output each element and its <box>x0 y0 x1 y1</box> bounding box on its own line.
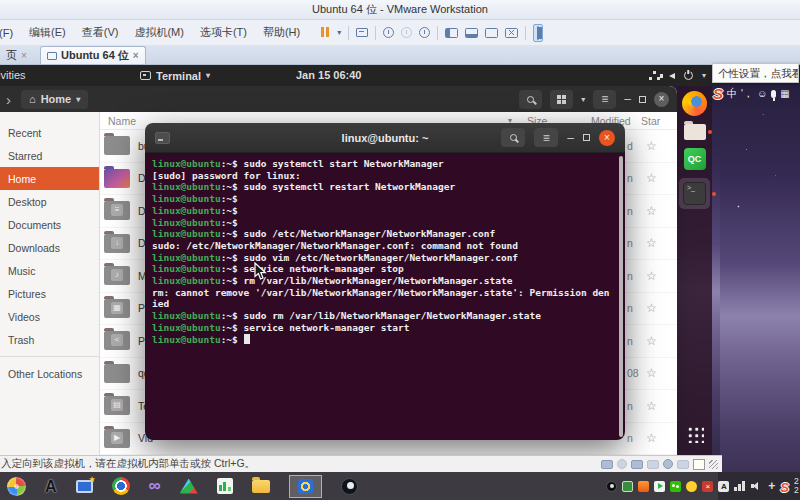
taskbar-app-remote-desktop[interactable] <box>76 480 93 493</box>
star-icon[interactable]: ☆ <box>646 399 657 413</box>
cd-drive-icon[interactable] <box>617 459 627 469</box>
terminal-output[interactable]: linux@ubuntu:~$ sudo systemctl start Net… <box>145 153 625 440</box>
sound-icon[interactable] <box>663 459 673 469</box>
console-view-icon[interactable] <box>465 28 478 38</box>
star-icon[interactable]: ☆ <box>646 171 657 185</box>
taskbar-clock[interactable]: 2 2 <box>794 477 800 495</box>
network-adapter-icon[interactable] <box>631 460 643 469</box>
menu-file[interactable]: (F) <box>0 27 21 39</box>
search-button[interactable] <box>519 90 542 109</box>
star-icon[interactable]: ☆ <box>646 139 657 153</box>
taskbar-app-vmware-active[interactable] <box>289 475 322 498</box>
sogou-logo-icon[interactable]: S <box>713 85 723 102</box>
sidebar-item-starred[interactable]: Starred <box>0 144 99 167</box>
sidebar-item-desktop[interactable]: Desktop <box>0 190 99 213</box>
message-log-icon[interactable] <box>693 459 705 470</box>
tray-obs-icon[interactable] <box>606 481 617 492</box>
start-button[interactable] <box>7 477 26 496</box>
star-icon[interactable]: ☆ <box>646 431 657 445</box>
close-tab-icon[interactable]: × <box>133 50 139 61</box>
sidebar-item-pictures[interactable]: Pictures <box>0 282 99 305</box>
sidebar-item-music[interactable]: Music <box>0 259 99 282</box>
close-tab-icon[interactable]: × <box>21 50 27 61</box>
minimize-button[interactable]: – <box>624 92 631 106</box>
menu-help[interactable]: 帮助(H) <box>255 25 308 40</box>
column-star[interactable]: Star <box>641 112 660 130</box>
tray-move-tool-icon[interactable]: + <box>768 481 775 492</box>
revert-snapshot-icon[interactable] <box>401 27 412 38</box>
printer-icon[interactable] <box>677 460 689 469</box>
close-button[interactable]: × <box>654 92 669 107</box>
sogou-ime-bar[interactable]: S 中 '， ☺ ▦ <box>713 85 790 102</box>
path-button[interactable]: ⌂ Home ▾ <box>21 90 88 109</box>
keyboard-icon[interactable]: ▦ <box>780 88 789 99</box>
terminal-menu-button[interactable]: ≡ <box>534 128 558 147</box>
dock-qc-app[interactable]: QC <box>684 148 706 170</box>
vmware-titlebar[interactable]: Ubuntu 64 位 - VMware Workstation <box>0 0 800 20</box>
tab-home[interactable]: 页 × <box>0 46 34 64</box>
star-icon[interactable]: ☆ <box>646 366 657 380</box>
dock-terminal[interactable] <box>679 178 710 209</box>
resize-grip[interactable] <box>709 460 718 469</box>
dock-files[interactable] <box>684 124 706 140</box>
sidebar-item-home[interactable]: Home <box>0 167 99 190</box>
minimize-button[interactable]: – <box>567 131 574 145</box>
tray-ime-icon[interactable]: A <box>718 481 729 492</box>
toggle-panel-button[interactable] <box>533 24 543 42</box>
ime-mode-indicator[interactable]: 中 <box>727 87 737 101</box>
tray-network-error-icon[interactable]: × <box>702 481 713 492</box>
topbar-clock[interactable]: Jan 15 06:40 <box>296 65 361 86</box>
menu-vm[interactable]: 虚拟机(M) <box>126 25 192 40</box>
fullscreen-icon[interactable] <box>485 28 498 38</box>
hard-disk-icon[interactable] <box>601 460 613 469</box>
star-icon[interactable]: ☆ <box>646 301 657 315</box>
menu-view[interactable]: 查看(V) <box>74 25 127 40</box>
taskbar-app-axure[interactable]: A <box>45 477 57 496</box>
menu-button[interactable]: ≡ <box>593 90 616 109</box>
tray-orange-app-icon[interactable] <box>638 481 649 492</box>
tray-green-app-icon[interactable] <box>622 481 633 492</box>
focused-app-menu[interactable]: Terminal ▾ <box>140 65 210 86</box>
power-dropdown-icon[interactable]: ▾ <box>337 28 341 37</box>
terminal-titlebar[interactable]: linux@ubuntu: ~ ≡ – × <box>145 123 625 153</box>
suspend-vm-button[interactable] <box>320 27 330 39</box>
sidebar-item-recent[interactable]: Recent <box>0 121 99 144</box>
tray-wechat-icon[interactable] <box>670 481 681 492</box>
menu-edit[interactable]: 编辑(E) <box>21 25 74 40</box>
terminal-search-button[interactable] <box>501 128 525 147</box>
taskbar-app-chrome[interactable] <box>112 477 130 495</box>
system-status-area[interactable]: ▾ <box>649 65 706 86</box>
voice-input-icon[interactable] <box>771 90 776 98</box>
maximize-button[interactable] <box>639 96 646 103</box>
sidebar-item-videos[interactable]: Videos <box>0 305 99 328</box>
unity-mode-icon[interactable] <box>505 28 518 38</box>
tab-ubuntu-vm[interactable]: Ubuntu 64 位 × <box>40 46 146 64</box>
tray-signal-icon[interactable] <box>734 481 746 491</box>
sidebar-item-trash[interactable]: Trash <box>0 328 99 351</box>
taskbar-app-visual-studio[interactable]: ∞ <box>149 477 161 495</box>
tray-yellow-app-icon[interactable] <box>686 481 697 492</box>
taskbar-app-obs[interactable] <box>341 478 358 495</box>
star-icon[interactable]: ☆ <box>646 236 657 250</box>
menu-tabs[interactable]: 选项卡(T) <box>192 25 255 40</box>
emoji-icon[interactable]: ☺ <box>757 88 767 99</box>
tray-launcher-icon[interactable] <box>654 481 665 492</box>
star-icon[interactable]: ☆ <box>646 269 657 283</box>
manage-snapshots-icon[interactable] <box>419 27 430 38</box>
take-snapshot-icon[interactable] <box>383 27 394 38</box>
taskbar-app-stats[interactable] <box>217 478 233 494</box>
sidebar-item-documents[interactable]: Documents <box>0 213 99 236</box>
star-icon[interactable]: ☆ <box>646 334 657 348</box>
show-library-icon[interactable] <box>445 28 458 38</box>
dock-firefox[interactable] <box>682 91 707 116</box>
forward-icon[interactable]: › <box>0 91 17 108</box>
maximize-button[interactable] <box>583 134 590 141</box>
send-ctrl-alt-del-icon[interactable] <box>356 28 368 37</box>
star-icon[interactable]: ☆ <box>646 204 657 218</box>
sidebar-item-downloads[interactable]: Downloads <box>0 236 99 259</box>
tray-volume-icon[interactable] <box>751 481 763 491</box>
taskbar-app-explorer[interactable] <box>252 480 270 493</box>
taskbar-app-triangle[interactable] <box>180 479 198 494</box>
host-tooltip[interactable]: 个性设置，点我看看 <box>712 63 799 83</box>
view-options-caret[interactable]: ▾ <box>581 95 585 104</box>
